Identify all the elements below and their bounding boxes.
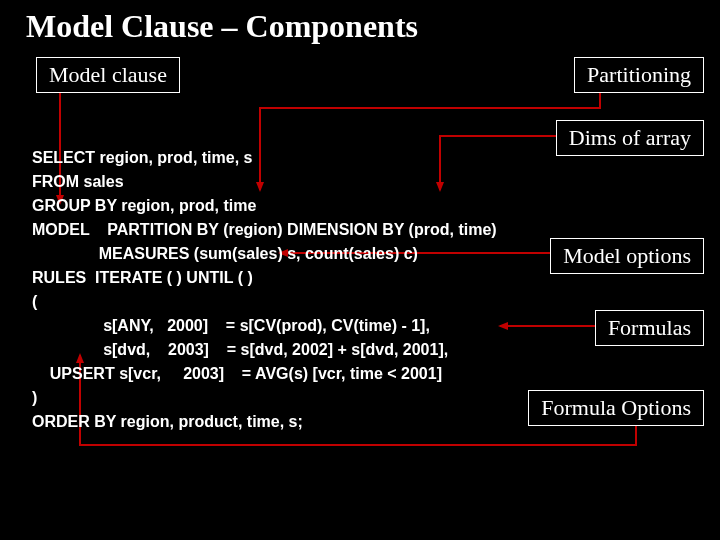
- code-line: FROM sales: [32, 173, 124, 190]
- label-partitioning: Partitioning: [574, 57, 704, 93]
- code-line: RULES ITERATE ( ) UNTIL ( ): [32, 269, 253, 286]
- sql-code-block: SELECT region, prod, time, s FROM sales …: [32, 122, 497, 434]
- code-line: (: [32, 293, 37, 310]
- label-model-clause: Model clause: [36, 57, 180, 93]
- code-line: MODEL PARTITION BY (region) DIMENSION BY…: [32, 221, 497, 238]
- slide: Model Clause – Components Model clause P…: [0, 0, 720, 540]
- code-line: ORDER BY region, product, time, s;: [32, 413, 303, 430]
- code-line: SELECT region, prod, time, s: [32, 149, 252, 166]
- label-model-options: Model options: [550, 238, 704, 274]
- code-line: UPSERT s[vcr, 2003] = AVG(s) [vcr, time …: [32, 365, 442, 382]
- code-line: MEASURES (sum(sales) s, count(sales) c): [32, 245, 418, 262]
- code-line: GROUP BY region, prod, time: [32, 197, 256, 214]
- code-line: ): [32, 389, 37, 406]
- label-formula-options: Formula Options: [528, 390, 704, 426]
- code-line: s[dvd, 2003] = s[dvd, 2002] + s[dvd, 200…: [32, 341, 448, 358]
- code-line: s[ANY, 2000] = s[CV(prod), CV(time) - 1]…: [32, 317, 430, 334]
- label-dims: Dims of array: [556, 120, 704, 156]
- slide-title: Model Clause – Components: [26, 8, 418, 45]
- label-formulas: Formulas: [595, 310, 704, 346]
